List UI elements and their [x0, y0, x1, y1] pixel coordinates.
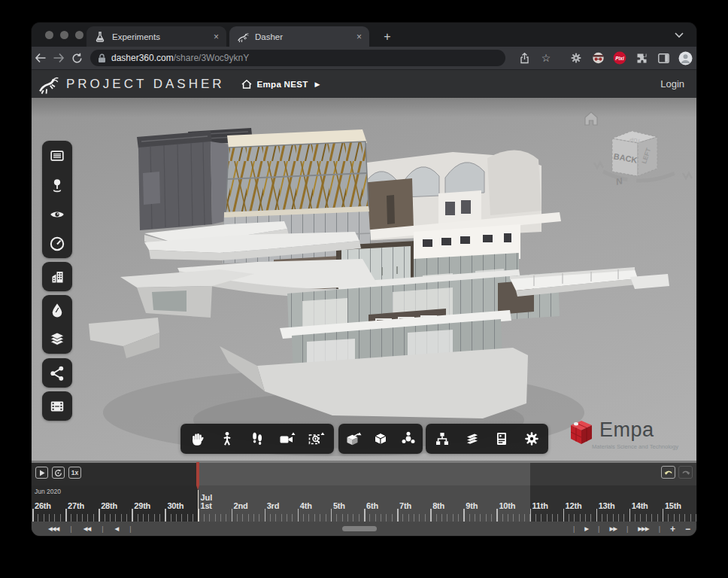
camera-icon[interactable] — [275, 426, 300, 452]
timeline-day[interactable]: 8th — [430, 485, 463, 522]
tab-experiments[interactable]: Experiments × — [86, 26, 226, 47]
timeline-day[interactable]: 13th — [596, 485, 629, 522]
timeline-playhead[interactable] — [196, 462, 199, 485]
building-icon[interactable] — [42, 262, 72, 291]
report-list-icon[interactable] — [42, 141, 72, 170]
step-back-button[interactable]: ◀ — [115, 525, 119, 532]
empa-name: Empa — [599, 418, 654, 442]
walk-person-icon[interactable] — [214, 426, 240, 452]
timeline-date-row[interactable]: Jun 2020 26th27th28th29th30thJul1st2nd3r… — [32, 485, 696, 522]
reload-icon[interactable] — [68, 49, 86, 67]
orbit-loop-button[interactable] — [52, 467, 65, 479]
timeline-day[interactable]: 9th — [463, 485, 496, 522]
step-forward-button[interactable]: ▶ — [584, 525, 588, 532]
gear-ext-icon[interactable] — [568, 50, 584, 66]
timeline-day-label: 2nd — [234, 501, 248, 510]
timeline-day[interactable]: 5th — [331, 485, 364, 522]
tab-close-icon[interactable]: × — [356, 32, 362, 42]
play-button[interactable] — [35, 467, 48, 479]
puzzle-ext-icon[interactable] — [633, 50, 650, 66]
star-icon[interactable]: ☆ — [538, 50, 554, 66]
timeline-day-label: 30th — [167, 501, 184, 510]
avatar-icon[interactable] — [677, 50, 693, 66]
sheets-icon[interactable] — [460, 426, 485, 452]
nav-separator: | — [129, 525, 131, 533]
gauge-dashboard-icon[interactable] — [42, 229, 72, 258]
section-box-icon[interactable] — [341, 426, 366, 452]
incognito-ext-icon[interactable] — [590, 50, 606, 66]
iso-cube-icon[interactable] — [368, 426, 393, 452]
timeline-day[interactable]: 3rd — [265, 485, 298, 522]
share-up-icon[interactable] — [516, 50, 532, 66]
nav-separator: | — [70, 525, 71, 533]
forward-button[interactable]: ▶▶ — [609, 525, 617, 532]
timeline-day[interactable]: 14th — [629, 485, 663, 522]
rewind-fast-button[interactable]: ◀◀◀ — [48, 525, 59, 532]
timeline-day[interactable]: 28th — [99, 485, 132, 522]
url-bar[interactable]: dasher360.com/share/3Woc9yknY — [90, 50, 505, 66]
properties-card-icon[interactable] — [489, 426, 514, 452]
timeline-day[interactable]: 12th — [563, 485, 596, 522]
breadcrumb-arrow-icon[interactable]: ▶ — [315, 81, 320, 88]
timeline-scrollbar-thumb[interactable] — [342, 526, 377, 531]
footprints-icon[interactable] — [244, 426, 270, 452]
forward-fast-button[interactable]: ▶▶▶ — [638, 525, 648, 532]
rewind-button[interactable]: ◀◀ — [83, 525, 91, 532]
redo-icon[interactable] — [678, 466, 693, 479]
breadcrumb-project[interactable]: Empa NEST — [257, 80, 308, 89]
timeline-day-label: 29th — [134, 501, 150, 510]
timeline-day-label: 7th — [399, 501, 411, 510]
timeline-day[interactable]: 11th — [530, 485, 563, 522]
login-button[interactable]: Login — [660, 78, 684, 90]
timeline-day-label: 1st — [201, 501, 212, 510]
nav-toolbar — [180, 424, 334, 454]
timeline-scrubber[interactable]: 1x — [32, 463, 696, 485]
timeline-day[interactable]: 27th — [65, 485, 99, 522]
maximize-window-button[interactable] — [75, 31, 83, 39]
timeline-day[interactable]: 15th — [663, 485, 696, 522]
timeline-day-label: 3rd — [267, 501, 280, 510]
timeline-day[interactable]: 29th — [132, 485, 165, 522]
eye-visibility-icon[interactable] — [42, 199, 72, 229]
sidepanel-icon[interactable] — [655, 50, 672, 66]
speed-button[interactable]: 1x — [68, 467, 81, 479]
minimize-window-button[interactable] — [60, 31, 68, 39]
tab-search-chevron-icon[interactable] — [674, 32, 684, 38]
timeline-day[interactable]: Jul1st — [199, 485, 232, 522]
droplet-icon[interactable] — [42, 295, 72, 324]
home-breadcrumb-icon[interactable] — [241, 80, 252, 89]
timeline-day[interactable]: 30th — [165, 485, 198, 522]
pixi-ext-icon[interactable]: Pixi — [611, 50, 628, 66]
pin-marker-icon[interactable] — [42, 170, 72, 199]
scrubber-selection[interactable] — [198, 463, 530, 485]
sidebar-group-data — [42, 295, 72, 354]
app-title: PROJECT DASHER — [66, 77, 225, 92]
explode-icon[interactable] — [396, 426, 421, 452]
traffic-lights[interactable] — [45, 31, 83, 39]
sidebar-group-info — [42, 141, 72, 258]
back-arrow-icon[interactable] — [32, 49, 50, 67]
tab-close-icon[interactable]: × — [214, 32, 219, 42]
timeline-day[interactable]: 2nd — [232, 485, 265, 522]
forward-arrow-icon[interactable] — [50, 49, 68, 67]
timeline-day[interactable]: 7th — [397, 485, 430, 522]
timeline-day-label: 11th — [532, 501, 548, 510]
undo-icon[interactable] — [661, 466, 675, 479]
new-tab-button[interactable]: + — [379, 29, 396, 45]
viewport-3d[interactable]: BACK LEFT TOP N — [32, 98, 696, 461]
share-icon[interactable] — [42, 358, 72, 388]
timeline-zoom-out-button[interactable]: − — [685, 525, 690, 534]
film-animation-icon[interactable] — [42, 391, 72, 421]
timeline-zoom-in-button[interactable]: + — [670, 525, 675, 534]
close-window-button[interactable] — [45, 31, 53, 39]
gear-icon[interactable] — [519, 426, 544, 452]
pan-hand-icon[interactable] — [185, 426, 211, 452]
viewcube[interactable]: BACK LEFT TOP N — [551, 105, 696, 199]
layers-icon[interactable] — [42, 324, 72, 354]
timeline-day[interactable]: 10th — [496, 485, 529, 522]
timeline-day[interactable]: 4th — [298, 485, 331, 522]
timeline-day[interactable]: 6th — [364, 485, 397, 522]
model-structure-icon[interactable] — [429, 426, 455, 452]
zoom-region-icon[interactable] — [304, 426, 329, 452]
tab-dasher[interactable]: Dasher × — [229, 26, 369, 47]
